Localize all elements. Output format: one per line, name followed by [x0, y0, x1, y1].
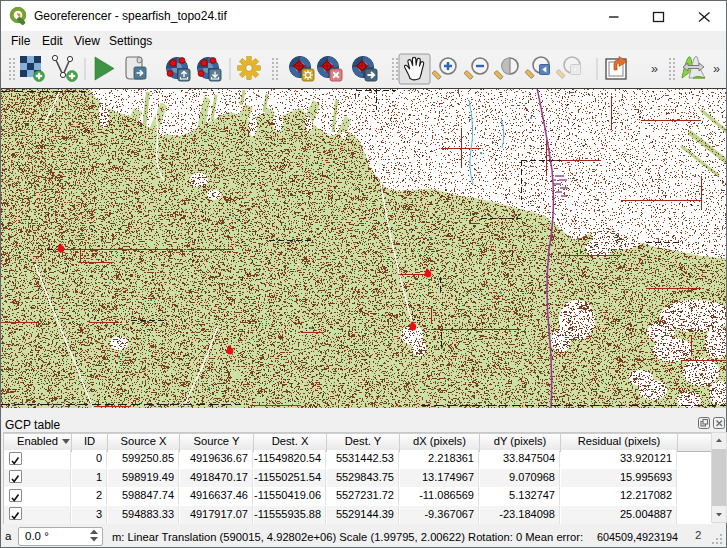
svg-text:»: »	[651, 62, 658, 76]
svg-text:»: »	[713, 62, 720, 76]
